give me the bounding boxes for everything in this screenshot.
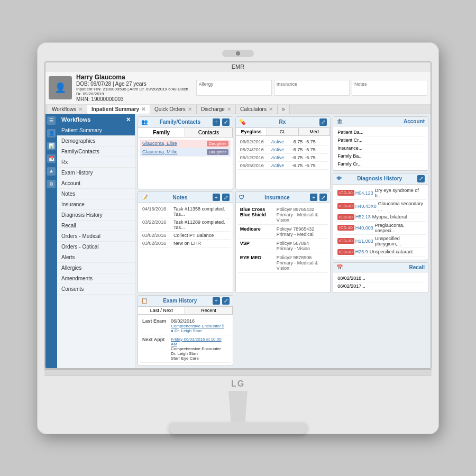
diag-desc-5: Unspecified cataract [370, 249, 424, 254]
icd-code-2: H52.13 [355, 214, 371, 219]
insurance-expand-btn[interactable]: ⤢ [319, 194, 327, 201]
patient-info: Harry Glaucoma DOB: 09/07/28 | Age 27 ye… [76, 74, 192, 102]
rx-tab-eyeglass[interactable]: Eyeglass [236, 128, 268, 135]
rx-val1-1: -6.75 [292, 147, 303, 152]
notes-row-0: 04/16/2016 Task #11358 completed. Tas... [140, 205, 231, 218]
insurance-row-1: Medicare Policy# 78965432 Primary - Medi… [238, 225, 328, 239]
family-row-1: Glaucoma, Millie Daughter [140, 148, 231, 157]
sidebar-item-consents[interactable]: Consents [57, 284, 135, 295]
rx-date-0: 06/02/2016 [240, 139, 269, 144]
exam-next-type: Comprehensive Encounter [171, 346, 228, 351]
notes-add-btn[interactable]: + [213, 194, 220, 201]
diag-desc-3: Preglaucoma, unspeci... [375, 223, 424, 233]
exam-history-panel: 📋 Exam History + ⤢ Last / Next Recent [138, 295, 233, 366]
sidebar-close-icon[interactable]: ✕ [126, 116, 131, 123]
sidebar-item-patient-summary[interactable]: Patient Summary [57, 125, 135, 136]
sidebar-item-rx[interactable]: Rx [57, 157, 135, 168]
account-panel-icon: 🏦 [336, 118, 343, 124]
calendar-icon[interactable]: 📅 [47, 154, 56, 163]
insurance-panel-actions: + ⤢ [310, 194, 327, 201]
tab-calculators-label: Calculators [240, 106, 267, 112]
exam-panel-title: Exam History [163, 298, 197, 304]
exam-expand-btn[interactable]: ⤢ [222, 297, 230, 305]
rx-expand-btn[interactable]: ⤢ [319, 118, 327, 126]
tab-calculators[interactable]: Calculators ✕ [236, 105, 278, 114]
tab-workflows[interactable]: Workflows ✕ [48, 105, 87, 114]
camera-area [44, 50, 432, 58]
insurance-col: Insurance [274, 80, 350, 96]
chart-icon[interactable]: 📊 [47, 142, 56, 150]
insurance-add-btn[interactable]: + [310, 194, 317, 201]
patient-header: 👤 Harry Glaucoma DOB: 09/07/28 | Age 27 … [45, 71, 431, 105]
rx-panel-header: 💊 Rx ⤢ [236, 117, 331, 128]
sidebar-item-allergies[interactable]: Allergies [57, 263, 135, 273]
account-panel-title: Account [404, 118, 425, 124]
exam-panel-actions: + ⤢ [213, 297, 230, 305]
tab-quick-orders[interactable]: Quick Orders ✕ [150, 105, 197, 114]
tab-discharge[interactable]: Discharge ✕ [197, 105, 236, 114]
notes-text-3: New on EHR [173, 241, 228, 246]
monitor-brand: LG [44, 376, 432, 391]
exam-tab-last-next[interactable]: Last / Next [138, 307, 185, 314]
tab-quick-orders-label: Quick Orders [154, 106, 186, 112]
family-name-0[interactable]: Glaucoma, Elise [142, 141, 207, 147]
rx-val2-3: -6.75 [305, 163, 316, 168]
sidebar-item-recall[interactable]: Recall [57, 221, 135, 231]
insurance-label: Insurance [277, 81, 347, 87]
tab-workflows-close[interactable]: ✕ [78, 106, 83, 112]
avatar: 👤 [49, 76, 72, 99]
exam-tab-recent[interactable]: Recent [185, 307, 232, 314]
sidebar-item-diagnosis[interactable]: Diagnosis History [57, 210, 135, 221]
tab-more[interactable]: » [278, 105, 290, 114]
rx-date-2: 05/12/2016 [240, 155, 269, 160]
icd-code-3: H40.003 [355, 225, 373, 231]
insurance-row-0: Blue Cross Blue Shield Policy# 89765432 … [238, 205, 328, 225]
rx-panel-actions: ⤢ [319, 118, 327, 126]
recall-row-0: 08/02/2018... [335, 274, 426, 282]
diag-row-5: ICD-10 H26.9 Unspecified cataract [335, 248, 426, 257]
sidebar-item-account[interactable]: Account [57, 178, 135, 189]
sidebar-item-amendments[interactable]: Amendments [57, 273, 135, 284]
settings-icon[interactable]: ⚙ [47, 180, 56, 188]
exam-last-row: Last Exam 06/02/2016 Comprehensive Encou… [140, 317, 231, 335]
rx-val2-2: -6.75 [305, 155, 316, 160]
tab-discharge-close[interactable]: ✕ [227, 106, 231, 112]
exam-add-btn[interactable]: + [213, 297, 220, 305]
insurance-row-3: EYE MED Policy# 9878906 Primary - Medica… [238, 253, 328, 273]
tab-inpatient[interactable]: Inpatient Summary ✕ [87, 105, 150, 114]
diagnosis-panel-icon: 👁 [336, 176, 342, 181]
sidebar-item-orders-medical[interactable]: Orders - Medical [57, 231, 135, 242]
family-tab-family[interactable]: Family [138, 128, 185, 137]
diagnosis-expand-btn[interactable]: ⤢ [417, 175, 425, 182]
icd-badge-3: ICD-10 [337, 225, 354, 231]
sidebar-item-insurance[interactable]: Insurance [57, 199, 135, 210]
tab-quick-orders-close[interactable]: ✕ [188, 106, 192, 112]
exam-last-content: 06/02/2016 Comprehensive Encounter ℹ ● D… [171, 318, 228, 333]
rx-tab-med[interactable]: Med [299, 128, 331, 135]
ins-details-3: Policy# 9878906 Primary - Medical & Visi… [277, 255, 326, 271]
family-name-1[interactable]: Glaucoma, Millie [142, 149, 207, 155]
family-relation-0: Daughter [207, 141, 228, 147]
family-expand-btn[interactable]: ⤢ [222, 118, 230, 126]
sidebar-item-exam[interactable]: Exam History [57, 168, 135, 178]
tab-inpatient-close[interactable]: ✕ [141, 106, 145, 112]
user-icon[interactable]: 👤 [47, 129, 56, 138]
sidebar-item-family[interactable]: Family/Contacts [57, 147, 135, 157]
icon-sidebar: ☰ 👤 📊 📅 ★ ⚙ [45, 114, 57, 368]
sidebar-item-orders-optical[interactable]: Orders - Optical [57, 242, 135, 252]
family-tab-contacts[interactable]: Contacts [185, 128, 232, 137]
family-add-btn[interactable]: + [213, 118, 220, 126]
notes-expand-btn[interactable]: ⤢ [222, 194, 230, 201]
tab-calculators-close[interactable]: ✕ [269, 106, 273, 112]
sidebar-item-notes[interactable]: Notes [57, 189, 135, 199]
family-panel-actions: + ⤢ [213, 118, 230, 126]
rx-tab-cl[interactable]: CL [267, 128, 299, 135]
exam-last-link[interactable]: Comprehensive Encounter ℹ [171, 324, 228, 328]
star-icon[interactable]: ★ [47, 167, 56, 176]
account-item-2: Insurance... [337, 145, 362, 151]
rx-val1-2: -6.75 [292, 155, 303, 160]
sidebar-item-demographics[interactable]: Demographics [57, 136, 135, 147]
sidebar-item-alerts[interactable]: Alerts [57, 252, 135, 263]
exam-panel-icon: 📋 [141, 298, 148, 304]
menu-icon[interactable]: ☰ [47, 116, 56, 125]
